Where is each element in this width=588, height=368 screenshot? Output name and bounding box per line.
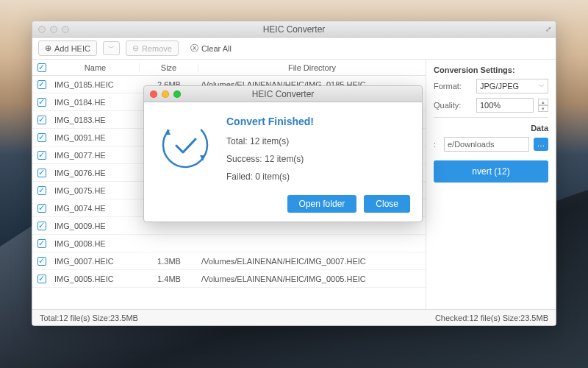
dialog-traffic-lights[interactable] [144,91,181,98]
add-heic-dropdown[interactable]: ﹀ [103,41,120,55]
clear-all-label: Clear All [201,44,232,53]
status-total: Total:12 file(s) Size:23.5MB [40,314,138,322]
row-checkbox[interactable] [37,257,46,266]
row-dir: /Volumes/ELAINENAN/HEIC/IMG_0007.HEIC [198,257,426,266]
format-value: JPG/JPEG [480,82,519,91]
dialog-title: HEIC Converter [144,89,422,99]
row-size: 1.3MB [140,257,198,266]
row-checkbox[interactable] [37,204,46,213]
table-row[interactable]: IMG_0005.HEIC1.4MB/Volumes/ELAINENAN/HEI… [32,270,426,288]
quality-label: Quality: [434,101,472,110]
output-path-prefix: : [434,140,440,149]
settings-pane: Conversion Settings: Format: JPG/JPEG ﹀ … [426,60,556,309]
svg-marker-1 [165,129,171,135]
remove-label: Remove [142,44,172,53]
row-name: IMG_0184.HE [51,98,140,107]
minimize-icon[interactable] [50,26,57,33]
zoom-icon[interactable] [173,91,181,98]
row-checkbox[interactable] [37,186,46,195]
expand-icon[interactable]: ⤢ [545,25,551,33]
main-window-title: HEIC Converter [32,24,556,35]
dialog-success-line: Success: 12 item(s) [226,154,314,164]
row-checkbox[interactable] [37,116,46,124]
col-dir-header[interactable]: File Directory [198,63,426,72]
col-size-header[interactable]: Size [140,63,198,72]
toolbar: ⊕ Add HEIC ﹀ ⊖ Remove ⓧ Clear All [32,38,556,60]
dialog-failed-line: Failed: 0 item(s) [226,171,314,182]
remove-button[interactable]: ⊖ Remove [126,40,179,56]
minimize-icon[interactable] [162,91,169,98]
row-name: IMG_0077.HE [51,151,140,160]
output-path-value: e/Downloads [448,140,495,149]
row-dir: /Volumes/ELAINENAN/HEIC/IMG_0005.HEIC [198,275,426,283]
zoom-icon[interactable] [62,26,69,33]
quality-value: 100% [480,101,501,110]
list-header: Name Size File Directory [32,60,426,76]
row-name: IMG_0009.HE [51,222,140,230]
row-name: IMG_0074.HE [51,204,140,213]
row-checkbox[interactable] [37,169,46,177]
close-icon[interactable] [38,26,46,33]
row-name: IMG_0008.HE [51,239,140,248]
row-name: IMG_0005.HEIC [51,275,140,283]
select-all-checkbox[interactable] [37,63,46,72]
close-label: Close [376,199,398,209]
table-row[interactable]: IMG_0007.HEIC1.3MB/Volumes/ELAINENAN/HEI… [32,252,426,270]
dialog-total-line: Total: 12 item(s) [226,136,314,146]
row-name: IMG_0091.HE [51,133,140,142]
row-checkbox[interactable] [37,222,46,230]
close-icon[interactable] [150,91,157,98]
row-checkbox[interactable] [37,275,46,283]
status-bar: Total:12 file(s) Size:23.5MB Checked:12 … [32,309,556,325]
format-select[interactable]: JPG/JPEG ﹀ [476,79,548,93]
format-label: Format: [434,82,472,91]
row-checkbox[interactable] [37,151,46,160]
svg-point-0 [159,118,212,171]
success-spinner-icon [159,118,212,171]
row-size: 1.4MB [140,275,198,283]
row-name: IMG_0076.HE [51,169,140,177]
close-button[interactable]: Close [364,195,410,213]
row-name: IMG_0183.HE [51,116,140,124]
quality-input[interactable]: 100% [476,98,534,113]
convert-button-label: nvert (12) [472,166,509,177]
minus-icon: ⊖ [132,43,139,53]
clear-icon: ⓧ [190,43,198,54]
row-checkbox[interactable] [37,239,46,248]
convert-button[interactable]: nvert (12) [434,160,548,183]
row-checkbox[interactable] [37,133,46,142]
plus-icon: ⊕ [45,43,51,53]
dialog-window: HEIC Converter Convert Finished! Total: … [143,85,423,222]
dialog-heading: Convert Finished! [226,116,314,127]
dialog-titlebar[interactable]: HEIC Converter [144,86,422,102]
browse-button[interactable]: … [534,138,548,151]
status-checked: Checked:12 file(s) Size:23.5MB [435,314,548,322]
open-folder-label: Open folder [299,199,345,209]
data-heading: Data [434,124,548,132]
row-checkbox[interactable] [37,98,46,107]
add-heic-label: Add HEIC [54,44,90,53]
clear-all-button[interactable]: ⓧ Clear All [184,40,237,56]
output-path-field[interactable]: e/Downloads [444,137,529,152]
main-titlebar[interactable]: HEIC Converter ⤢ [32,21,556,38]
open-folder-button[interactable]: Open folder [287,195,357,213]
settings-heading: Conversion Settings: [434,66,548,74]
col-name-header[interactable]: Name [51,63,140,72]
row-name: IMG_0007.HEIC [51,257,140,266]
chevron-down-icon: ﹀ [539,82,545,91]
quality-stepper[interactable]: ▴▾ [538,99,548,112]
add-heic-button[interactable]: ⊕ Add HEIC [38,40,97,56]
row-checkbox[interactable] [37,80,46,89]
table-row[interactable]: IMG_0008.HE [32,235,426,252]
row-name: IMG_0185.HEIC [51,80,140,89]
traffic-lights[interactable] [32,26,69,33]
row-name: IMG_0075.HE [51,186,140,195]
